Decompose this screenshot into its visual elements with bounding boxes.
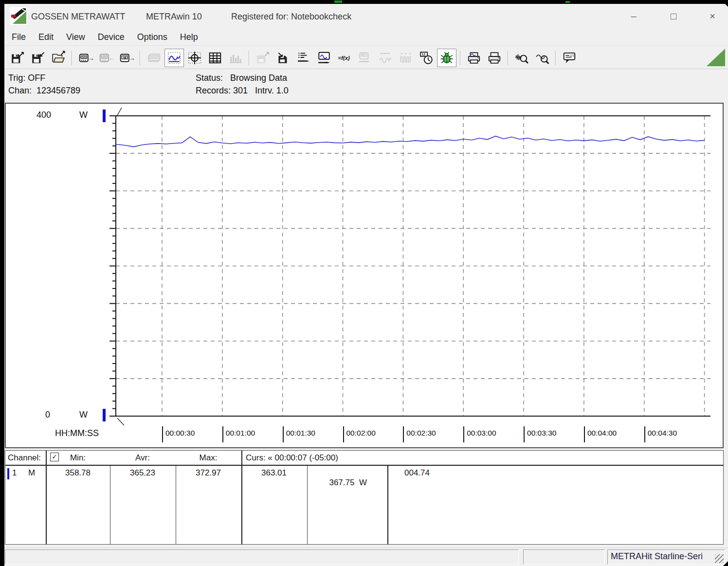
device-setup-button: 321 bbox=[355, 49, 375, 67]
status-bar: METRAHit Starline-Seri bbox=[4, 548, 728, 566]
menu-file[interactable]: File bbox=[5, 32, 32, 42]
print-preview-icon bbox=[467, 51, 481, 65]
cell-channel-mode: M bbox=[28, 468, 35, 478]
x-axis-tick bbox=[584, 426, 585, 442]
histogram-view-button bbox=[226, 49, 245, 67]
display-setup-button[interactable] bbox=[314, 49, 334, 67]
toolbar-separator bbox=[508, 51, 509, 65]
gossen-metrawatt-logo-icon bbox=[10, 7, 27, 25]
cell-min: 358.78 bbox=[65, 468, 91, 478]
open-file-button[interactable]: ↗ bbox=[49, 49, 68, 67]
cursor-crosshair-button[interactable] bbox=[185, 49, 204, 67]
save-export-icon: ↗ bbox=[10, 51, 25, 65]
desktop-corner bbox=[723, 561, 728, 566]
channel-setup-button[interactable] bbox=[294, 49, 313, 67]
registered-for-label: Registered for: Notebookcheck bbox=[231, 12, 351, 22]
zoom-in-button[interactable] bbox=[512, 49, 531, 67]
x-axis-tick-label: 00:02:00 bbox=[346, 429, 376, 438]
y-axis-unit-top: W bbox=[79, 110, 88, 120]
minimize-button[interactable]: – bbox=[622, 8, 645, 24]
menu-help[interactable]: Help bbox=[174, 32, 204, 42]
svg-text:321: 321 bbox=[81, 55, 86, 58]
svg-text:321: 321 bbox=[362, 54, 366, 56]
y-axis-min-label: 0 bbox=[45, 410, 50, 420]
channel-visibility-checkbox[interactable]: ✓ bbox=[50, 453, 59, 461]
device-name-label: METRAHit Starline-Seri bbox=[611, 551, 703, 561]
chart-view-icon bbox=[167, 51, 182, 65]
zoom-in-icon bbox=[514, 51, 529, 65]
svg-text:=f(x): =f(x) bbox=[338, 55, 350, 61]
x-axis-tick-label: 00:03:00 bbox=[467, 429, 496, 438]
print-preview-button[interactable] bbox=[464, 49, 484, 67]
debug-bug-button[interactable] bbox=[437, 49, 456, 67]
svg-text:321: 321 bbox=[102, 55, 107, 58]
memory-read-button[interactable]: M→ bbox=[117, 49, 136, 67]
meter-display-button: 1257 bbox=[144, 49, 164, 67]
svg-text:→: → bbox=[129, 54, 134, 61]
device-write-button: 321← bbox=[96, 49, 116, 67]
formula-button[interactable]: =f(x) bbox=[335, 49, 354, 67]
x-axis-tick-label: 00:00:30 bbox=[165, 429, 195, 438]
cell-cursor-delta: 004.74 bbox=[404, 468, 430, 478]
x-axis-tick-label: 00:03:30 bbox=[527, 429, 556, 438]
x-axis-tick-label: 00:01:00 bbox=[226, 429, 255, 438]
y-axis-unit-bottom: W bbox=[79, 410, 88, 420]
status-section-device: METRAHit Starline-Seri bbox=[607, 549, 725, 565]
svg-text:↘: ↘ bbox=[277, 51, 284, 58]
x-axis-tick bbox=[644, 426, 645, 442]
toolbar-separator bbox=[249, 51, 250, 65]
table-view-button[interactable] bbox=[205, 49, 225, 67]
measurement-table: Channel: ✓ Min: Avr: Max: Curs: « 00:00:… bbox=[5, 450, 724, 545]
print-button[interactable] bbox=[485, 49, 504, 67]
analog-trigger-button bbox=[376, 49, 395, 67]
open-file-icon: ↗ bbox=[51, 51, 66, 65]
power-vs-time-plot[interactable] bbox=[6, 104, 723, 447]
channel-color-marker bbox=[7, 468, 9, 479]
x-axis-tick-label: 00:04:00 bbox=[587, 429, 617, 438]
cell-cursor-left: 363.01 bbox=[261, 468, 287, 478]
comment-icon: 1/2 bbox=[562, 51, 577, 65]
comment-button[interactable]: 1/2 bbox=[560, 49, 579, 67]
debug-bug-icon bbox=[439, 51, 454, 65]
histogram-view-icon bbox=[228, 51, 243, 65]
chart-view-button[interactable] bbox=[164, 49, 184, 67]
x-axis-label: HH:MM:SS bbox=[55, 428, 99, 438]
export-data-button: ↗ bbox=[253, 49, 273, 67]
x-axis-tick bbox=[343, 426, 344, 442]
cursor-crosshair-icon bbox=[187, 51, 202, 65]
svg-text:←: ← bbox=[109, 54, 113, 61]
pulse-trigger-icon bbox=[399, 51, 413, 65]
status-section-1 bbox=[5, 549, 519, 565]
desktop-artifact bbox=[565, 1, 570, 3]
print-icon bbox=[487, 51, 502, 65]
memory-read-icon: M→ bbox=[119, 51, 134, 65]
meter-display-icon: 1257 bbox=[146, 51, 161, 65]
device-read-button[interactable]: 321→ bbox=[76, 49, 95, 67]
time-setup-button[interactable]: 12 bbox=[417, 49, 436, 67]
x-axis-tick-label: 00:01:30 bbox=[286, 429, 315, 438]
zoom-out-button[interactable] bbox=[532, 49, 552, 67]
save-import-button[interactable]: ↙ bbox=[28, 49, 48, 67]
formula-icon: =f(x) bbox=[337, 51, 352, 65]
menu-view[interactable]: View bbox=[60, 32, 91, 42]
resize-grip[interactable] bbox=[715, 554, 724, 563]
device-setup-icon: 321 bbox=[358, 51, 372, 65]
x-axis-tick-label: 00:02:30 bbox=[406, 429, 436, 438]
desktop-artifact bbox=[334, 0, 342, 3]
product-title: METRAwin 10 bbox=[146, 12, 202, 22]
save-export-button[interactable]: ↗ bbox=[8, 49, 27, 67]
import-data-button[interactable]: ↘ bbox=[273, 49, 293, 67]
close-button[interactable]: × bbox=[701, 8, 724, 24]
svg-text:↗: ↗ bbox=[60, 51, 66, 56]
menu-edit[interactable]: Edit bbox=[32, 32, 60, 42]
menu-device[interactable]: Device bbox=[91, 32, 131, 42]
toolbar-separator bbox=[555, 51, 556, 65]
title-bar: GOSSEN METRAWATT METRAwin 10 Registered … bbox=[4, 4, 728, 29]
maximize-button[interactable]: □ bbox=[662, 8, 685, 24]
chart-panel[interactable]: 400 W 0 W HH:MM:SS 00:00:3000:01:0000:01… bbox=[5, 103, 724, 448]
x-axis-tick-label: 00:04:30 bbox=[648, 429, 677, 438]
display-setup-icon bbox=[317, 51, 331, 65]
records-info: Records: 301 Intrv. 1.0 bbox=[196, 86, 289, 96]
menu-options[interactable]: Options bbox=[131, 32, 174, 42]
col-header-min: Min: bbox=[70, 453, 86, 463]
